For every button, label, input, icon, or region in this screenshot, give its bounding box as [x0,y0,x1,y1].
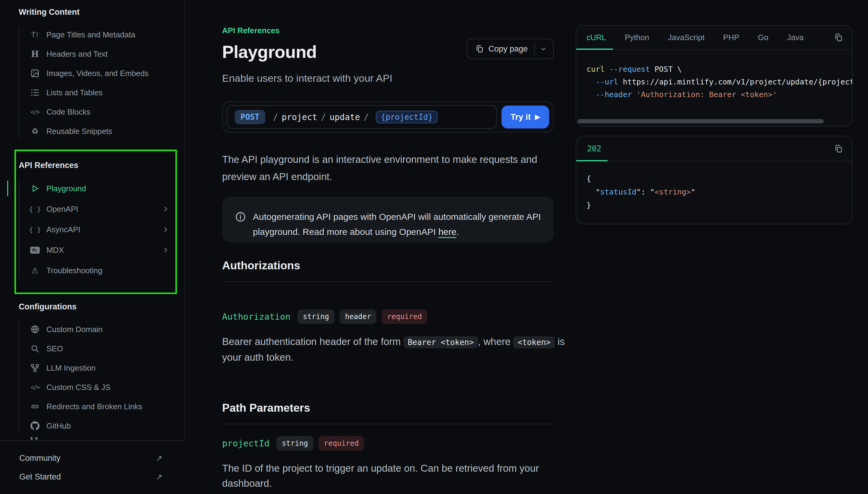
sidebar-item-headers[interactable]: H Headers and Text [19,44,185,64]
braces-icon: { } [30,204,40,214]
type-badge: string [276,436,313,451]
main-content: API References Copy page Playground Enab… [222,0,554,494]
sidebar-item-images[interactable]: Images, Videos, and Embeds [19,64,185,83]
sidebar-item-page-titles[interactable]: TT Page Titles and Metadata [19,25,185,44]
tab-go[interactable]: Go [758,33,769,42]
info-callout: Autogenerating API pages with OpenAPI wi… [222,197,554,243]
sidebar-item-code-blocks[interactable]: </> Code Blocks [19,102,185,121]
authorization-field-row: Authorization string header required [222,309,427,324]
sidebar-section-title: Configurations [0,302,185,312]
sidebar-item-asyncapi[interactable]: { } AsyncAPI [19,219,185,240]
button-divider [534,43,535,55]
field-name: Authorization [222,311,291,322]
heading-icon: H [30,49,40,59]
sidebar-item-github[interactable]: GitHub [19,416,185,436]
tab-curl[interactable]: cURL [587,33,606,42]
warning-icon: ⚠ [30,266,40,276]
sidebar-section-writing-content: Writing Content TT Page Titles and Metad… [0,7,185,141]
sidebar-item-custom-domain[interactable]: Custom Domain [19,320,185,339]
sidebar-item-snippets[interactable]: ♻ Reusable Snippets [19,121,185,141]
type-badge: string [297,309,335,324]
code-icon: </> [30,382,40,392]
active-tab-underline [576,49,613,50]
clipped-sidebar-item [30,437,42,440]
app-window: Writing Content TT Page Titles and Metad… [0,0,868,494]
chevron-down-icon[interactable] [540,45,547,53]
braces-icon: { } [30,225,40,234]
sidebar-item-redirects[interactable]: Redirects and Broken Links [19,397,185,416]
inline-code: <token> [513,336,555,348]
endpoint-path-field[interactable]: POST / project / update / {projectId} [227,105,497,129]
sidebar-section-api-references: API References Playground { } OpenAPI [0,160,185,281]
link-icon [30,402,40,411]
path-param-chip[interactable]: {projectId} [376,111,437,124]
sidebar-item-lists[interactable]: Lists and Tables [19,83,185,102]
text-format-icon: TT [30,30,40,39]
sidebar-item-llm-ingestion[interactable]: LLM Ingestion [19,358,185,378]
sidebar-footer: Community ↗ Get Started ↗ [0,440,185,494]
nodes-icon [30,363,40,373]
here-link[interactable]: here [438,227,456,238]
sidebar-item-troubleshooting[interactable]: ⚠ Troubleshooting [19,260,185,281]
sidebar-section-title: Writing Content [0,7,185,17]
sidebar-item-custom-css-js[interactable]: </> Custom CSS & JS [19,378,185,397]
section-divider [222,424,554,424]
sidebar-divider [184,0,185,440]
sidebar-section-configurations: Configurations Custom Domain SEO [0,302,185,436]
location-badge: header [340,309,377,324]
footer-link-get-started[interactable]: Get Started ↗ [0,468,185,486]
sidebar-item-seo[interactable]: SEO [19,339,185,358]
tab-python[interactable]: Python [625,33,649,42]
authorizations-heading: Authorizations [222,259,300,272]
page-title: Playground [222,42,317,62]
endpoint-path: / project / update / {projectId} [273,111,438,124]
request-code-block: cURL Python JavaScript PHP Go Java curl … [576,25,853,126]
status-code-tab[interactable]: 202 [587,144,601,153]
authorization-description: Bearer authentication header of the form… [222,334,572,365]
sidebar-section-title: API References [0,160,185,170]
http-method-badge: POST [235,110,265,124]
inline-code: Bearer <token> [403,336,478,348]
recycle-icon: ♻ [30,126,40,136]
code-icon: </> [30,107,40,117]
footer-link-community[interactable]: Community ↗ [0,449,185,468]
sidebar-item-mdx[interactable]: M↓ MDX [19,240,185,260]
copy-page-button[interactable]: Copy page [467,39,554,59]
try-it-button[interactable]: Try it ▶ [501,106,549,129]
sidebar-item-playground[interactable]: Playground [19,178,185,199]
external-link-icon: ↗ [156,472,162,482]
section-divider [222,281,554,282]
github-icon [30,421,40,431]
play-icon [30,184,40,193]
list-icon [30,88,40,97]
response-header: 202 [576,136,852,162]
chevron-right-icon [162,226,170,233]
callout-text: Autogenerating API pages with OpenAPI wi… [253,209,554,240]
field-name: projectId [222,438,270,449]
copy-code-icon[interactable] [834,33,843,42]
sidebar-item-list: Playground { } OpenAPI { } AsyncAPI [19,178,185,281]
sidebar-item-list: Custom Domain SEO LLM Ingestion </> [19,320,185,436]
tab-javascript[interactable]: JavaScript [668,33,704,42]
chevron-right-icon [162,246,170,254]
copy-code-icon[interactable] [834,144,843,153]
endpoint-bar: POST / project / update / {projectId} Tr… [222,101,554,133]
copy-icon [475,45,484,53]
tab-java[interactable]: Java [787,33,804,42]
info-icon [235,211,246,223]
sidebar: Writing Content TT Page Titles and Metad… [0,0,185,494]
chevron-right-icon [162,205,170,213]
sidebar-item-openapi[interactable]: { } OpenAPI [19,199,185,219]
page-subtitle: Enable users to interact with your API [222,72,392,84]
image-icon [30,69,40,78]
required-badge: required [319,436,364,451]
tab-php[interactable]: PHP [723,33,739,42]
curl-code: curl --request POST \ --url https://api.… [576,50,852,101]
search-icon [30,344,40,354]
response-code-block: 202 { "statusId": "<string>"} [576,136,853,224]
markdown-icon: M↓ [30,245,40,255]
sidebar-item-list: TT Page Titles and Metadata H Headers an… [19,25,185,141]
required-badge: required [381,309,427,324]
horizontal-scrollbar[interactable] [577,119,824,124]
path-parameters-heading: Path Parameters [222,402,310,414]
